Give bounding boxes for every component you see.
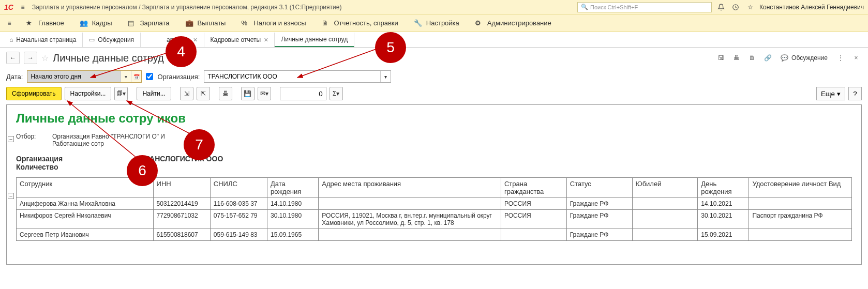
date-dropdown-icon[interactable]: ▾ (121, 71, 131, 82)
nav-back-button[interactable]: ← (6, 52, 20, 64)
logo-1c: 1C (4, 3, 13, 11)
tab-4-active[interactable]: Личные данные сотруд (275, 33, 354, 47)
print-icon[interactable]: 🖶 (731, 52, 742, 64)
th-bd: День рождения (698, 178, 749, 198)
variants-icon[interactable]: 🗐▾ (114, 87, 128, 100)
more-button[interactable]: Еще▾ (816, 87, 845, 100)
cell-dob: 30.10.1980 (267, 210, 319, 229)
export-icon[interactable]: 🗎 (746, 52, 758, 64)
expand-icon[interactable]: ⇲ (180, 87, 193, 100)
cell-doc (749, 198, 852, 210)
menu-vyplaty[interactable]: 💼Выплаты (178, 16, 233, 31)
collapse-toggle-2[interactable]: − (8, 193, 14, 199)
favorite-star-icon[interactable]: ☆ (41, 53, 49, 63)
th-snils: СНИЛС (210, 178, 267, 198)
page-title: Личные данные сотруд (53, 52, 164, 64)
app-title: Зарплата и управление персоналом / Зарпл… (32, 4, 342, 11)
star-icon[interactable]: ☆ (745, 2, 755, 12)
close-page-icon[interactable]: × (850, 52, 862, 64)
filter-caption: Отбор: (16, 133, 52, 147)
help-button[interactable]: ? (848, 87, 862, 100)
th-jub: Юбилей (632, 178, 698, 198)
meta-count-label: Количество (16, 163, 145, 171)
th-doc: Удостоверение личност Вид (749, 178, 852, 198)
num-field[interactable] (280, 87, 326, 100)
cell-doc: Паспорт гражданина РФ (749, 210, 852, 229)
save-icon[interactable]: 🖫 (715, 52, 727, 64)
table-row[interactable]: Никифоров Сергей Николаевич7729086710320… (17, 210, 852, 229)
date-field[interactable]: ▾ 📅 (27, 70, 142, 83)
find-button[interactable]: Найти... (137, 87, 171, 100)
cell-stat: Граждане РФ (566, 229, 632, 241)
menu-nalogi[interactable]: %Налоги и взносы (234, 16, 313, 31)
cell-ctz: РОССИЯ (501, 210, 566, 229)
collapse-toggle-1[interactable]: − (8, 136, 14, 142)
table-row[interactable]: Сергеев Петр Иванович615500818607059-615… (17, 229, 852, 241)
cell-doc (749, 229, 852, 241)
page-header: ← → ☆ Личные данные сотруд 🖫 🖶 🗎 🔗 💬 Обс… (0, 48, 868, 68)
date-label: Дата: (6, 73, 23, 81)
report-toolbar: Сформировать Настройки... 🗐▾ Найти... ⇲ … (0, 85, 868, 104)
cell-inn: 503122014419 (153, 198, 210, 210)
table-header-row: Сотрудник ИНН СНИЛС Дата рождения Адрес … (17, 178, 852, 198)
close-icon[interactable]: × (264, 36, 268, 44)
org-checkbox[interactable] (146, 73, 153, 80)
meta-count-value: 3 (145, 163, 149, 171)
cell-addr (319, 198, 501, 210)
menu-kadry[interactable]: 👥Кадры (72, 16, 119, 31)
tab-home[interactable]: ⌂Начальная страница (3, 33, 83, 47)
nav-fwd-button[interactable]: → (24, 52, 37, 64)
doc-icon: 🗎 (322, 19, 330, 27)
filter-text-2: Работающие сотр (52, 140, 165, 147)
org-dropdown-icon[interactable]: ▾ (380, 71, 391, 82)
menu-nastroika[interactable]: 🔧Настройка (407, 16, 467, 31)
user-name[interactable]: Константинов Алексей Геннадиевич (759, 4, 864, 11)
report-body[interactable]: − − Личные данные сотру иков Отбор: Орга… (6, 104, 862, 265)
save-tb-icon[interactable]: 💾 (241, 87, 255, 100)
calendar-icon[interactable]: 📅 (131, 71, 141, 82)
table-row[interactable]: Анциферова Жанна Михайловна5031220144191… (17, 198, 852, 210)
tab-3[interactable]: Кадровые отчеты× (204, 33, 275, 47)
th-ctz: Страна гражданства (501, 178, 566, 198)
more-vert-icon[interactable]: ⋮ (835, 52, 846, 64)
cell-bd: 30.10.2021 (698, 210, 749, 229)
close-icon[interactable]: × (193, 36, 197, 44)
global-search-input[interactable]: 🔍 Поиск Ctrl+Shift+F (577, 2, 712, 12)
menu-otchet[interactable]: 🗎Отчетность, справки (315, 16, 406, 31)
bell-icon[interactable] (716, 2, 726, 12)
coins-icon: ▤ (128, 19, 136, 27)
report-table: Сотрудник ИНН СНИЛС Дата рождения Адрес … (16, 177, 852, 241)
sum-icon[interactable]: Σ▾ (330, 87, 343, 100)
settings-button[interactable]: Настройки... (65, 87, 112, 100)
cell-ctz: РОССИЯ (501, 198, 566, 210)
menu-burger-icon[interactable]: ≡ (4, 18, 14, 28)
mail-icon[interactable]: ✉▾ (258, 87, 271, 100)
date-input[interactable] (27, 71, 121, 82)
menu-admin[interactable]: ⚙Администрирование (468, 16, 559, 31)
th-inn: ИНН (153, 178, 210, 198)
collapse-icon[interactable]: ⇱ (197, 87, 210, 100)
meta-org-value: РАНСЛОГИСТИК ООО (145, 155, 223, 163)
percent-icon: % (241, 19, 249, 27)
cell-inn: 615500818607 (153, 229, 210, 241)
org-label: Организация: (157, 73, 200, 81)
discuss-button[interactable]: 💬 Обсуждение (777, 53, 831, 63)
chat-icon: ▭ (89, 36, 95, 43)
wrench-icon: 🔧 (414, 19, 422, 27)
burger-icon[interactable]: ≡ (18, 2, 28, 12)
tab-2[interactable]: арплате× (141, 33, 204, 47)
org-field[interactable]: ▾ (204, 70, 391, 83)
menu-main[interactable]: ★Главное (19, 16, 71, 31)
history-icon[interactable] (730, 2, 741, 12)
link-icon[interactable]: 🔗 (762, 52, 773, 64)
home-icon: ⌂ (9, 36, 13, 43)
org-input[interactable] (204, 71, 380, 82)
form-button[interactable]: Сформировать (6, 87, 62, 100)
tab-discuss[interactable]: ▭Обсуждения (83, 33, 141, 47)
cell-addr: РОССИЯ, 119021, Москва г, вн.тер.г. муни… (319, 210, 501, 229)
filter-row: Дата: ▾ 📅 Организация: ▾ (0, 68, 868, 85)
print-tb-icon[interactable]: 🖶 (219, 87, 232, 100)
app-topbar: 1C ≡ Зарплата и управление персоналом / … (0, 0, 868, 14)
filter-text-1: Организация Равно "ТРАНСЛОГИ О" И (52, 133, 165, 140)
menu-zarplata[interactable]: ▤Зарплата (121, 16, 177, 31)
